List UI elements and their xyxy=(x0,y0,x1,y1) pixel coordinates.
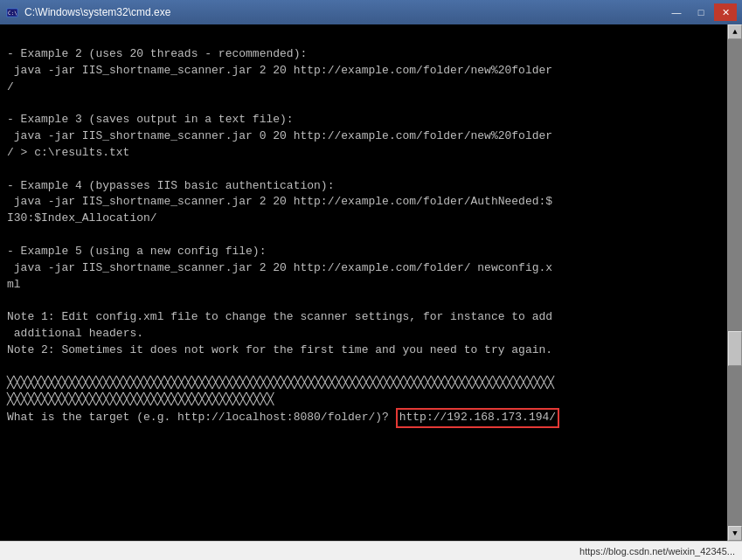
prompt-line: What is the target (e.g. http://localhos… xyxy=(7,408,720,428)
statusbar: https://blog.csdn.net/weixin_42345... xyxy=(0,541,742,560)
scrollbar[interactable]: ▲ ▼ xyxy=(727,24,742,541)
prompt-label: What is the target (e.g. http://localhos… xyxy=(7,410,396,426)
window-body: - Example 2 (uses 20 threads - recommend… xyxy=(0,24,742,541)
titlebar: C:\ C:\Windows\system32\cmd.exe — □ ✕ xyxy=(0,0,742,24)
terminal-output: - Example 2 (uses 20 threads - recommend… xyxy=(0,24,727,541)
statusbar-url: https://blog.csdn.net/weixin_42345... xyxy=(579,546,735,557)
scroll-thumb[interactable] xyxy=(728,331,742,366)
close-button[interactable]: ✕ xyxy=(714,3,737,21)
target-input[interactable]: http://192.168.173.194/ xyxy=(396,408,559,428)
window-title: C:\Windows\system32\cmd.exe xyxy=(24,6,665,18)
scroll-up-button[interactable]: ▲ xyxy=(728,24,742,39)
svg-text:C:\: C:\ xyxy=(8,10,17,16)
scroll-track[interactable] xyxy=(728,39,742,526)
terminal-text: - Example 2 (uses 20 threads - recommend… xyxy=(7,47,554,406)
scroll-down-button[interactable]: ▼ xyxy=(728,526,742,541)
app-icon: C:\ xyxy=(5,5,19,19)
minimize-button[interactable]: — xyxy=(665,3,688,21)
window-controls: — □ ✕ xyxy=(665,3,737,21)
maximize-button[interactable]: □ xyxy=(690,3,712,21)
